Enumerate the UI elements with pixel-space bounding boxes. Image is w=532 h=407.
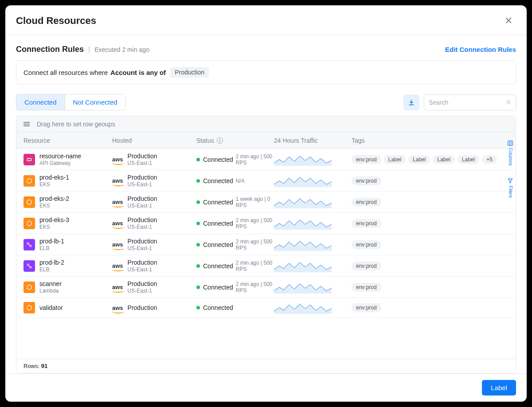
group-hint: Drag here to set row geoups <box>37 121 115 128</box>
tag-chip[interactable]: +5 <box>482 155 497 164</box>
search-box[interactable] <box>424 94 516 110</box>
rule-summary: Connect all resources where Account is a… <box>16 60 516 84</box>
status-detail: 2 min ago | 500 RPS <box>236 153 274 166</box>
traffic-sparkline <box>274 281 352 294</box>
resource-type: ELB <box>39 266 64 273</box>
rules-executed: Executed 2 min ago <box>94 46 149 53</box>
tag-chip[interactable]: env:prod <box>352 303 381 312</box>
tags-cell: env:prod <box>352 219 509 228</box>
edit-connection-rules-link[interactable]: Edit Connection Rules <box>445 46 516 53</box>
tag-chip[interactable]: env:prod <box>352 240 381 249</box>
traffic-sparkline <box>274 301 352 314</box>
tags-cell: env:prod <box>352 283 509 292</box>
table-header: Resource Hosted Status i 24 Hours Traffi… <box>16 133 516 149</box>
hosted-region: US-East-1 <box>128 245 157 251</box>
traffic-sparkline <box>274 196 352 208</box>
status-dot-icon <box>196 179 200 183</box>
tags-cell: env:prod <box>352 262 509 270</box>
columns-panel-toggle[interactable]: Columns <box>507 140 513 165</box>
svg-point-0 <box>507 100 509 103</box>
hosted-account: Production <box>128 259 157 266</box>
traffic-sparkline <box>274 239 352 251</box>
rule-value-chip[interactable]: Production <box>170 67 209 78</box>
tag-chip[interactable]: Label <box>408 155 430 164</box>
aws-logo: aws <box>112 156 123 163</box>
modal-content: Connection Rules | Executed 2 min ago Ed… <box>5 35 527 373</box>
service-icon <box>23 282 35 293</box>
traffic-sparkline <box>274 153 352 166</box>
tags-cell: env:prod <box>352 176 509 185</box>
tab-not-connected[interactable]: Not Connected <box>65 94 125 110</box>
close-button[interactable]: ✕ <box>501 13 516 28</box>
status-dot-icon <box>196 286 200 289</box>
table-row[interactable]: prod-eks-2EKSawsProductionUS-East-1Conne… <box>16 192 516 213</box>
hosted-region: US-East-1 <box>128 160 157 166</box>
info-icon[interactable]: i <box>217 137 223 144</box>
table-row[interactable]: resource-nameAPI GatewayawsProductionUS-… <box>16 149 516 170</box>
tag-chip[interactable]: env:prod <box>352 283 381 292</box>
resource-name: prod-lb-2 <box>39 259 64 266</box>
tags-cell: env:prodLabelLabelLabelLabel+5 <box>352 155 509 164</box>
table-row[interactable]: validatorawsProductionConnectedenv:prod <box>16 298 516 318</box>
tag-chip[interactable]: Label <box>458 155 479 164</box>
table-row[interactable]: prod-lb-1ELBawsProductionUS-East-1Connec… <box>16 234 516 255</box>
hosted-account: Production <box>128 216 157 223</box>
toolbar: Connected Not Connected <box>16 94 516 110</box>
filter-icon <box>507 178 513 184</box>
columns-icon <box>507 140 513 146</box>
search-input[interactable] <box>429 99 506 106</box>
col-resource[interactable]: Resource <box>23 137 112 144</box>
status-dot-icon <box>196 306 200 309</box>
hosted-account: Production <box>128 238 157 245</box>
hosted-account: Production <box>128 174 157 181</box>
status-text: Connected <box>203 199 233 206</box>
aws-logo: aws <box>112 305 123 311</box>
tags-cell: env:prod <box>352 240 509 249</box>
resources-table: Drag here to set row geoups Resource Hos… <box>16 116 516 373</box>
aws-logo: aws <box>112 199 123 205</box>
filters-panel-toggle[interactable]: Filters <box>507 178 513 198</box>
tab-connected[interactable]: Connected <box>16 94 65 110</box>
rules-header-left: Connection Rules | Executed 2 min ago <box>16 45 149 54</box>
tag-chip[interactable]: env:prod <box>352 262 381 270</box>
resource-name: validator <box>39 304 63 311</box>
tag-chip[interactable]: Label <box>433 155 454 164</box>
aws-logo: aws <box>112 220 123 227</box>
group-drop-zone[interactable]: Drag here to set row geoups <box>16 116 516 133</box>
resource-name: scanner <box>39 280 62 287</box>
label-button[interactable]: Label <box>482 380 516 395</box>
tag-chip[interactable]: Label <box>384 155 406 164</box>
search-icon <box>506 99 511 106</box>
tag-chip[interactable]: env:prod <box>352 219 381 228</box>
status-detail: 2 min ago | 500 RPS <box>236 281 274 294</box>
side-tabs: Columns Filters <box>505 135 516 198</box>
table-body: resource-nameAPI GatewayawsProductionUS-… <box>16 149 516 359</box>
tag-chip[interactable]: env:prod <box>352 198 381 207</box>
col-traffic[interactable]: 24 Hours Traffic <box>274 137 352 144</box>
status-dot-icon <box>196 222 200 225</box>
table-row[interactable]: prod-lb-2ELBawsProductionUS-East-1Connec… <box>16 255 516 277</box>
col-status[interactable]: Status i <box>196 137 274 144</box>
rules-header: Connection Rules | Executed 2 min ago Ed… <box>16 45 516 54</box>
service-icon <box>23 196 35 208</box>
tag-chip[interactable]: env:prod <box>352 176 381 185</box>
col-hosted[interactable]: Hosted <box>112 137 196 144</box>
resource-name: resource-name <box>39 153 81 160</box>
table-row[interactable]: prod-eks-1EKSawsProductionUS-East-1Conne… <box>16 170 516 192</box>
col-tags[interactable]: Tags <box>352 137 509 144</box>
hosted-region: US-East-1 <box>128 224 157 230</box>
resource-type: ELB <box>39 245 64 251</box>
status-text: Connected <box>203 241 233 248</box>
service-icon <box>23 154 35 165</box>
rules-title: Connection Rules <box>16 45 84 54</box>
table-row[interactable]: scannerLambdaawsProductionUS-East-1Conne… <box>16 277 516 298</box>
tag-chip[interactable]: env:prod <box>352 155 381 164</box>
status-dot-icon <box>196 200 200 204</box>
resource-type: EKS <box>39 181 69 188</box>
status-dot-icon <box>196 158 200 161</box>
status-detail: N/A <box>236 178 245 184</box>
resource-name: prod-eks-2 <box>39 195 69 202</box>
status-detail: 2 min ago | 500 RPS <box>236 217 274 230</box>
download-button[interactable] <box>403 94 419 110</box>
table-row[interactable]: prod-eks-3EKSawsProductionUS-East-1Conne… <box>16 213 516 234</box>
